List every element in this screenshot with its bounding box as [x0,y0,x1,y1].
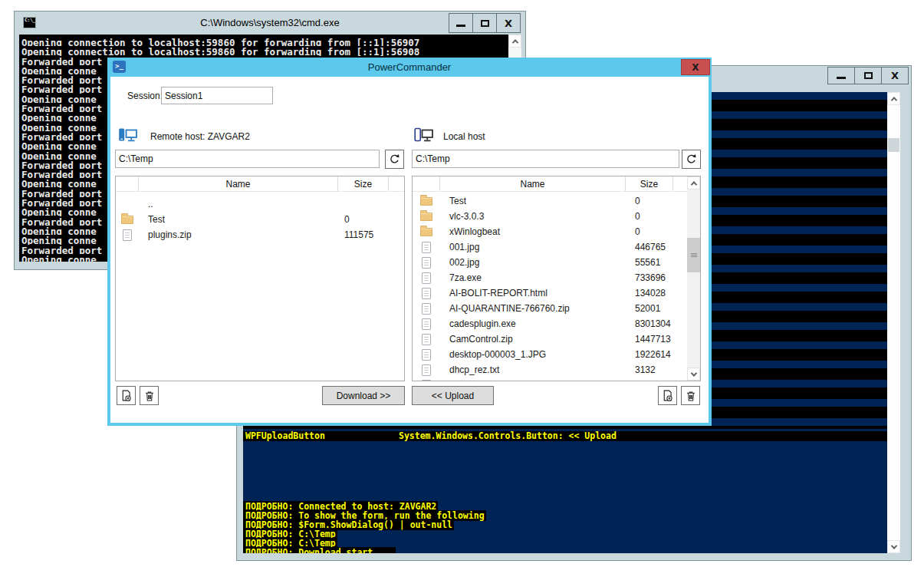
file-row[interactable]: kies-2APS.cmd 2230 [413,378,700,381]
local-file-list: Name Size Test 0 vlc-3.0.3 0 [412,176,701,381]
output-control-name: WPFUploadButton [245,431,325,441]
scroll-up-button[interactable] [687,176,700,190]
scroll-up-button[interactable] [508,35,521,48]
computer-icon [118,127,138,143]
thumb-grip-icon [691,253,697,257]
file-row[interactable]: 002.jpg 55561 [413,255,700,270]
name-column-header[interactable]: Name [139,176,338,191]
maximize-icon [864,72,873,79]
close-button[interactable]: X [681,59,710,75]
file-row[interactable]: plugins.zip 111575 [116,227,404,242]
remote-refresh-button[interactable] [385,150,404,169]
console-line: Opening connection to localhost:59860 fo… [19,46,508,55]
close-button[interactable]: X [496,13,521,33]
maximize-icon [481,20,489,27]
session-input[interactable] [161,87,273,104]
file-name: xWinlogbeat [440,226,626,237]
close-button[interactable]: X [881,67,909,84]
trash-icon [685,390,697,402]
new-folder-icon [661,389,674,402]
remote-delete-button[interactable] [140,386,159,405]
remote-path-input[interactable] [115,150,380,168]
file-icon [422,380,431,381]
chevron-down-icon [690,370,696,376]
file-size: 134028 [626,288,673,298]
file-row[interactable]: AI-BOLIT-REPORT.html 134028 [413,285,700,301]
file-name: desktop-000003_1.JPG [440,349,626,360]
maximize-button[interactable] [472,13,497,33]
file-row[interactable]: CamControl.zip 1447713 [413,331,700,347]
list-header: Name Size [413,176,700,192]
file-icon [422,318,431,330]
scroll-down-button[interactable] [887,540,900,553]
file-name: 001.jpg [440,242,626,252]
icon-column-header [413,176,440,191]
file-name: CamControl.zip [440,334,626,345]
close-icon: X [692,62,699,73]
file-row[interactable]: Test 0 [116,212,404,227]
file-row[interactable]: xWinlogbeat 0 [413,224,700,239]
upload-button[interactable]: << Upload [412,386,494,405]
minimize-button[interactable] [449,13,473,33]
scrollbar-thumb[interactable] [687,238,700,272]
file-name: AI-BOLIT-REPORT.html [440,288,626,298]
remote-new-folder-button[interactable] [117,386,136,405]
file-name: Test [440,196,626,206]
file-size: 0 [626,196,673,206]
refresh-icon [686,153,697,165]
file-row[interactable]: Test 0 [413,193,700,209]
minimize-button[interactable] [827,67,855,84]
scroll-down-button[interactable] [687,368,700,381]
powercommander-window: >_ PowerCommander X Session: Remote host… [107,58,712,426]
maximize-button[interactable] [854,67,882,84]
file-size: 111575 [338,229,389,240]
file-icon [422,303,431,315]
file-name: vlc-3.0.3 [440,211,626,222]
file-name: kies-2APS.cmd [440,380,626,381]
file-row[interactable]: 001.jpg 446765 [413,239,700,255]
file-row[interactable]: 7za.exe 733696 [413,270,700,285]
cmd-titlebar[interactable]: C:\_ C:\Windows\system32\cmd.exe X [15,12,525,35]
file-row[interactable]: AI-QUARANTINE-766760.zip 52001 [413,301,700,316]
local-host-label: Local host [443,131,485,142]
powercommander-titlebar[interactable]: >_ PowerCommander X [107,58,712,77]
file-size: 1922614 [626,349,673,360]
file-list-scrollbar[interactable] [687,176,700,381]
file-size: 0 [626,211,673,222]
scrollbar-thumb[interactable] [888,138,899,152]
size-column-header[interactable]: Size [338,176,389,191]
powershell-scrollbar[interactable] [887,92,900,553]
file-row[interactable]: cadesplugin.exe 8301304 [413,316,700,331]
new-folder-icon [120,389,133,402]
file-name: .. [139,199,338,209]
list-header: Name Size [116,176,404,192]
file-name: Test [139,214,338,225]
file-size: 52001 [626,303,673,314]
download-button[interactable]: Download >> [322,386,405,405]
file-row[interactable]: vlc-3.0.3 0 [413,209,700,224]
folder-icon [420,228,432,236]
file-icon [422,288,431,299]
local-refresh-button[interactable] [682,150,701,169]
file-size: 0 [338,214,389,225]
file-icon [422,257,431,269]
file-row[interactable]: .. [116,196,404,212]
scroll-up-button[interactable] [887,92,900,105]
local-delete-button[interactable] [681,386,700,405]
size-column-header[interactable]: Size [626,176,673,191]
refresh-icon [389,153,400,165]
file-row[interactable]: desktop-000003_1.JPG 1922614 [413,347,700,362]
file-size: 55561 [626,257,673,268]
chevron-down-icon [890,542,896,549]
file-row[interactable]: dhcp_rez.txt 3132 [413,362,700,378]
name-column-header[interactable]: Name [440,176,626,191]
output-header-line: WPFUploadButton System.Windows.Controls.… [243,431,887,441]
chevron-up-icon [690,181,696,187]
local-path-input[interactable] [412,150,679,168]
chevron-up-icon [890,97,896,103]
window-title: PowerCommander [107,61,712,73]
file-name: 002.jpg [440,257,626,268]
chevron-up-icon [511,39,518,45]
file-size: 733696 [626,272,673,283]
local-new-folder-button[interactable] [658,386,677,405]
